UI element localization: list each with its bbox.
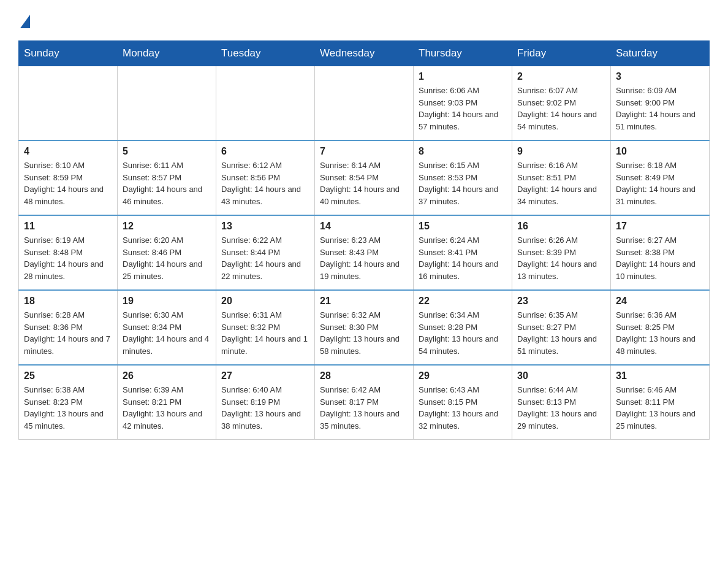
day-info: Sunrise: 6:32 AMSunset: 8:30 PMDaylight:…: [320, 309, 408, 357]
page-header: [18, 12, 710, 28]
day-info: Sunrise: 6:34 AMSunset: 8:28 PMDaylight:…: [419, 309, 507, 357]
day-number: 27: [221, 370, 309, 381]
day-info: Sunrise: 6:31 AMSunset: 8:32 PMDaylight:…: [221, 309, 309, 357]
day-number: 22: [419, 296, 507, 307]
day-number: 6: [221, 146, 309, 157]
column-header-thursday: Thursday: [414, 41, 512, 66]
day-info: Sunrise: 6:40 AMSunset: 8:19 PMDaylight:…: [221, 384, 309, 432]
day-number: 5: [123, 146, 211, 157]
calendar-cell: 10Sunrise: 6:18 AMSunset: 8:49 PMDayligh…: [611, 140, 710, 215]
day-info: Sunrise: 6:12 AMSunset: 8:56 PMDaylight:…: [221, 159, 309, 207]
day-info: Sunrise: 6:43 AMSunset: 8:15 PMDaylight:…: [419, 384, 507, 432]
day-number: 11: [24, 221, 112, 232]
day-number: 23: [517, 296, 605, 307]
day-number: 24: [616, 296, 704, 307]
calendar-cell: 21Sunrise: 6:32 AMSunset: 8:30 PMDayligh…: [315, 290, 414, 365]
calendar-week-row: 18Sunrise: 6:28 AMSunset: 8:36 PMDayligh…: [19, 290, 710, 365]
day-info: Sunrise: 6:10 AMSunset: 8:59 PMDaylight:…: [24, 159, 112, 207]
calendar-cell: 13Sunrise: 6:22 AMSunset: 8:44 PMDayligh…: [216, 215, 315, 290]
day-number: 3: [616, 71, 704, 82]
day-info: Sunrise: 6:38 AMSunset: 8:23 PMDaylight:…: [24, 384, 112, 432]
calendar-cell: 3Sunrise: 6:09 AMSunset: 9:00 PMDaylight…: [611, 66, 710, 141]
day-info: Sunrise: 6:39 AMSunset: 8:21 PMDaylight:…: [123, 384, 211, 432]
calendar-cell: 7Sunrise: 6:14 AMSunset: 8:54 PMDaylight…: [315, 140, 414, 215]
calendar-cell: 8Sunrise: 6:15 AMSunset: 8:53 PMDaylight…: [414, 140, 512, 215]
calendar-cell: 14Sunrise: 6:23 AMSunset: 8:43 PMDayligh…: [315, 215, 414, 290]
calendar-cell: [19, 66, 118, 141]
column-header-friday: Friday: [512, 41, 611, 66]
day-number: 13: [221, 221, 309, 232]
day-number: 17: [616, 221, 704, 232]
day-info: Sunrise: 6:07 AMSunset: 9:02 PMDaylight:…: [517, 85, 605, 132]
day-info: Sunrise: 6:30 AMSunset: 8:34 PMDaylight:…: [123, 309, 211, 357]
day-number: 12: [123, 221, 211, 232]
calendar-cell: 5Sunrise: 6:11 AMSunset: 8:57 PMDaylight…: [118, 140, 216, 215]
day-info: Sunrise: 6:24 AMSunset: 8:41 PMDaylight:…: [419, 234, 507, 282]
day-info: Sunrise: 6:15 AMSunset: 8:53 PMDaylight:…: [419, 159, 507, 207]
day-number: 18: [24, 296, 112, 307]
day-number: 1: [419, 71, 507, 82]
calendar-cell: 31Sunrise: 6:46 AMSunset: 8:11 PMDayligh…: [611, 365, 710, 440]
calendar-cell: 6Sunrise: 6:12 AMSunset: 8:56 PMDaylight…: [216, 140, 315, 215]
day-info: Sunrise: 6:26 AMSunset: 8:39 PMDaylight:…: [517, 234, 605, 282]
day-info: Sunrise: 6:35 AMSunset: 8:27 PMDaylight:…: [517, 309, 605, 357]
day-number: 31: [616, 370, 704, 381]
day-info: Sunrise: 6:14 AMSunset: 8:54 PMDaylight:…: [320, 159, 408, 207]
column-header-monday: Monday: [118, 41, 216, 66]
day-info: Sunrise: 6:22 AMSunset: 8:44 PMDaylight:…: [221, 234, 309, 282]
day-info: Sunrise: 6:20 AMSunset: 8:46 PMDaylight:…: [123, 234, 211, 282]
day-info: Sunrise: 6:11 AMSunset: 8:57 PMDaylight:…: [123, 159, 211, 207]
calendar-week-row: 11Sunrise: 6:19 AMSunset: 8:48 PMDayligh…: [19, 215, 710, 290]
calendar-cell: 26Sunrise: 6:39 AMSunset: 8:21 PMDayligh…: [118, 365, 216, 440]
column-header-saturday: Saturday: [611, 41, 710, 66]
calendar-table: SundayMondayTuesdayWednesdayThursdayFrid…: [18, 40, 710, 440]
day-number: 2: [517, 71, 605, 82]
day-number: 20: [221, 296, 309, 307]
day-number: 16: [517, 221, 605, 232]
day-info: Sunrise: 6:44 AMSunset: 8:13 PMDaylight:…: [517, 384, 605, 432]
calendar-cell: 27Sunrise: 6:40 AMSunset: 8:19 PMDayligh…: [216, 365, 315, 440]
calendar-cell: 1Sunrise: 6:06 AMSunset: 9:03 PMDaylight…: [414, 66, 512, 141]
calendar-cell: 16Sunrise: 6:26 AMSunset: 8:39 PMDayligh…: [512, 215, 611, 290]
day-info: Sunrise: 6:27 AMSunset: 8:38 PMDaylight:…: [616, 234, 704, 282]
calendar-cell: [118, 66, 216, 141]
day-info: Sunrise: 6:16 AMSunset: 8:51 PMDaylight:…: [517, 159, 605, 207]
day-number: 19: [123, 296, 211, 307]
day-number: 28: [320, 370, 408, 381]
calendar-cell: 4Sunrise: 6:10 AMSunset: 8:59 PMDaylight…: [19, 140, 118, 215]
calendar-cell: 20Sunrise: 6:31 AMSunset: 8:32 PMDayligh…: [216, 290, 315, 365]
day-number: 14: [320, 221, 408, 232]
calendar-cell: 9Sunrise: 6:16 AMSunset: 8:51 PMDaylight…: [512, 140, 611, 215]
calendar-header-row: SundayMondayTuesdayWednesdayThursdayFrid…: [19, 41, 710, 66]
calendar-cell: 17Sunrise: 6:27 AMSunset: 8:38 PMDayligh…: [611, 215, 710, 290]
day-number: 15: [419, 221, 507, 232]
column-header-wednesday: Wednesday: [315, 41, 414, 66]
calendar-cell: 15Sunrise: 6:24 AMSunset: 8:41 PMDayligh…: [414, 215, 512, 290]
logo: [18, 12, 30, 28]
day-info: Sunrise: 6:28 AMSunset: 8:36 PMDaylight:…: [24, 309, 112, 357]
day-info: Sunrise: 6:19 AMSunset: 8:48 PMDaylight:…: [24, 234, 112, 282]
calendar-cell: 12Sunrise: 6:20 AMSunset: 8:46 PMDayligh…: [118, 215, 216, 290]
day-info: Sunrise: 6:42 AMSunset: 8:17 PMDaylight:…: [320, 384, 408, 432]
day-info: Sunrise: 6:23 AMSunset: 8:43 PMDaylight:…: [320, 234, 408, 282]
day-number: 26: [123, 370, 211, 381]
calendar-cell: 23Sunrise: 6:35 AMSunset: 8:27 PMDayligh…: [512, 290, 611, 365]
calendar-cell: 30Sunrise: 6:44 AMSunset: 8:13 PMDayligh…: [512, 365, 611, 440]
calendar-cell: 29Sunrise: 6:43 AMSunset: 8:15 PMDayligh…: [414, 365, 512, 440]
calendar-cell: 25Sunrise: 6:38 AMSunset: 8:23 PMDayligh…: [19, 365, 118, 440]
calendar-week-row: 4Sunrise: 6:10 AMSunset: 8:59 PMDaylight…: [19, 140, 710, 215]
day-info: Sunrise: 6:06 AMSunset: 9:03 PMDaylight:…: [419, 85, 507, 132]
day-number: 25: [24, 370, 112, 381]
calendar-cell: [315, 66, 414, 141]
day-number: 30: [517, 370, 605, 381]
day-info: Sunrise: 6:18 AMSunset: 8:49 PMDaylight:…: [616, 159, 704, 207]
day-number: 8: [419, 146, 507, 157]
day-number: 4: [24, 146, 112, 157]
calendar-cell: 11Sunrise: 6:19 AMSunset: 8:48 PMDayligh…: [19, 215, 118, 290]
column-header-tuesday: Tuesday: [216, 41, 315, 66]
calendar-week-row: 25Sunrise: 6:38 AMSunset: 8:23 PMDayligh…: [19, 365, 710, 440]
calendar-cell: 28Sunrise: 6:42 AMSunset: 8:17 PMDayligh…: [315, 365, 414, 440]
day-info: Sunrise: 6:09 AMSunset: 9:00 PMDaylight:…: [616, 85, 704, 132]
day-number: 29: [419, 370, 507, 381]
calendar-cell: [216, 66, 315, 141]
